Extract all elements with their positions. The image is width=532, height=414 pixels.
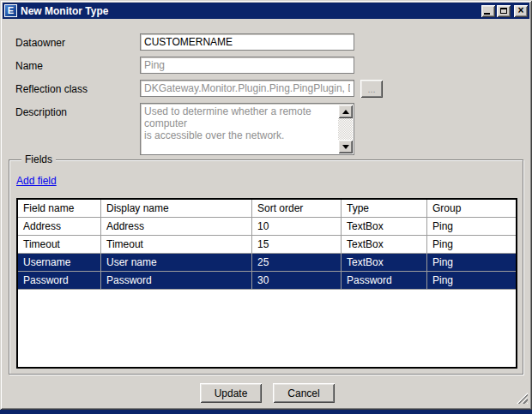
maximize-icon [500, 8, 507, 14]
cell-display-name: Address [101, 218, 252, 235]
name-input [140, 57, 354, 74]
cell-field-name: Username [18, 254, 101, 271]
cell-group: Ping [427, 254, 516, 271]
close-button[interactable]: × [514, 5, 528, 17]
cell-group: Ping [427, 272, 516, 289]
reflection-class-input [140, 80, 354, 97]
header-sort-order[interactable]: Sort order [252, 200, 342, 217]
table-row[interactable]: Password Password 30 Password Ping [18, 272, 516, 290]
browse-button: ... [360, 80, 383, 98]
description-scrollbar[interactable] [338, 105, 353, 153]
maximize-button[interactable] [497, 5, 511, 17]
title-bar[interactable]: E New Monitor Type × [3, 3, 529, 19]
resize-grip[interactable] [517, 393, 528, 404]
description-label: Description [15, 106, 67, 118]
description-textarea: Used to determine whether a remote compu… [140, 103, 354, 155]
cell-sort-order: 25 [252, 254, 342, 271]
scroll-down-button[interactable] [338, 140, 353, 153]
cancel-button[interactable]: Cancel [273, 383, 335, 403]
window-title: New Monitor Type [21, 5, 108, 17]
cell-type: TextBox [342, 218, 427, 235]
header-type[interactable]: Type [342, 200, 427, 217]
table-header-row: Field name Display name Sort order Type … [18, 200, 516, 218]
cell-type: TextBox [342, 254, 427, 271]
window-controls: × [480, 5, 528, 17]
cell-field-name: Password [18, 272, 101, 289]
fields-table: Field name Display name Sort order Type … [16, 198, 517, 369]
header-field-name[interactable]: Field name [18, 200, 101, 217]
reflection-class-label: Reflection class [15, 83, 88, 95]
cell-group: Ping [427, 236, 516, 253]
description-text: Used to determine whether a remote compu… [144, 105, 337, 153]
cell-display-name: Timeout [101, 236, 252, 253]
dialog-window: E New Monitor Type × Dataowner Name Refl… [0, 0, 532, 410]
update-button[interactable]: Update [200, 383, 262, 403]
cell-field-name: Address [18, 218, 101, 235]
cell-sort-order: 10 [252, 218, 342, 235]
cell-display-name: User name [101, 254, 252, 271]
arrow-up-icon [342, 110, 349, 114]
arrow-down-icon [342, 145, 349, 149]
table-row[interactable]: Address Address 10 TextBox Ping [18, 218, 516, 236]
scroll-up-button[interactable] [338, 105, 353, 118]
minimize-button[interactable] [481, 5, 495, 17]
header-display-name[interactable]: Display name [101, 200, 252, 217]
cell-sort-order: 15 [252, 236, 342, 253]
dataowner-input[interactable] [140, 33, 354, 51]
cell-sort-order: 30 [252, 272, 342, 289]
dataowner-label: Dataowner [15, 37, 65, 49]
fields-groupbox: Fields Add field Field name Display name… [9, 159, 523, 375]
cell-display-name: Password [101, 272, 252, 289]
table-row[interactable]: Timeout Timeout 15 TextBox Ping [18, 236, 516, 254]
header-group[interactable]: Group [427, 200, 516, 217]
close-icon: × [517, 5, 523, 15]
minimize-icon [484, 13, 490, 15]
cell-type: Password [342, 272, 427, 289]
table-row[interactable]: Username User name 25 TextBox Ping [18, 254, 516, 272]
app-icon: E [4, 4, 17, 17]
fields-groupbox-legend: Fields [21, 153, 56, 165]
cell-group: Ping [427, 218, 516, 235]
cell-type: TextBox [342, 236, 427, 253]
name-label: Name [15, 60, 43, 72]
add-field-link[interactable]: Add field [16, 175, 57, 187]
cell-field-name: Timeout [18, 236, 101, 253]
